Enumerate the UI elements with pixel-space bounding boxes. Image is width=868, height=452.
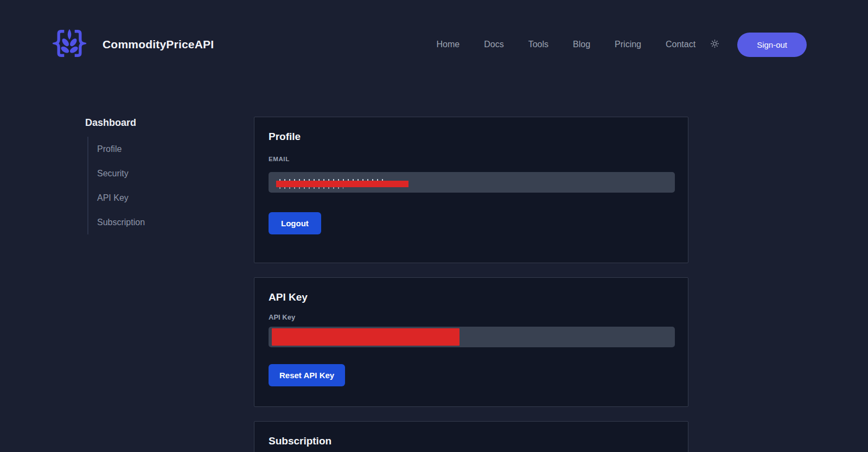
subscription-card: Subscription <box>254 421 688 452</box>
brand-name: CommodityPriceAPI <box>103 38 214 51</box>
nav-link-blog[interactable]: Blog <box>573 40 590 49</box>
api-key-card: API Key API Key Reset API Key <box>254 277 688 407</box>
nav-link-pricing[interactable]: Pricing <box>615 40 641 49</box>
sign-out-button[interactable]: Sign-out <box>737 33 807 57</box>
sidebar: Dashboard Profile Security API Key Subsc… <box>85 117 254 452</box>
main-nav: Home Docs Tools Blog Pricing Contact <box>412 33 807 57</box>
sidebar-item-subscription[interactable]: Subscription <box>97 210 254 234</box>
brand[interactable]: CommodityPriceAPI <box>53 27 214 62</box>
profile-card-title: Profile <box>269 130 674 144</box>
wheat-braces-logo-icon <box>53 27 86 62</box>
top-nav: CommodityPriceAPI Home Docs Tools Blog P… <box>0 0 868 89</box>
nav-link-docs[interactable]: Docs <box>484 40 503 49</box>
profile-card: Profile EMAIL Logout <box>254 117 688 263</box>
api-key-redaction-bar <box>272 328 459 346</box>
sidebar-title-dashboard: Dashboard <box>85 117 254 129</box>
api-key-label: API Key <box>269 313 674 321</box>
api-key-field[interactable] <box>269 327 675 347</box>
reset-api-key-button[interactable]: Reset API Key <box>269 364 345 386</box>
email-field[interactable] <box>269 172 675 193</box>
subscription-card-title: Subscription <box>269 434 674 448</box>
nav-link-tools[interactable]: Tools <box>528 40 548 49</box>
main-area: Dashboard Profile Security API Key Subsc… <box>85 117 868 452</box>
api-key-card-title: API Key <box>269 290 674 304</box>
theme-toggle-button[interactable] <box>710 39 720 50</box>
content-column: Profile EMAIL Logout API Key API Key Res… <box>254 117 688 452</box>
sidebar-list: Profile Security API Key Subscription <box>87 137 254 234</box>
sidebar-item-security[interactable]: Security <box>97 161 254 186</box>
nav-link-home[interactable]: Home <box>437 40 460 49</box>
email-label: EMAIL <box>269 155 674 163</box>
email-redaction-bar <box>276 181 409 187</box>
sun-icon <box>710 39 720 50</box>
sidebar-item-api-key[interactable]: API Key <box>97 186 254 210</box>
logout-button[interactable]: Logout <box>269 212 321 234</box>
nav-link-contact[interactable]: Contact <box>666 40 695 49</box>
sidebar-item-profile[interactable]: Profile <box>97 137 254 161</box>
